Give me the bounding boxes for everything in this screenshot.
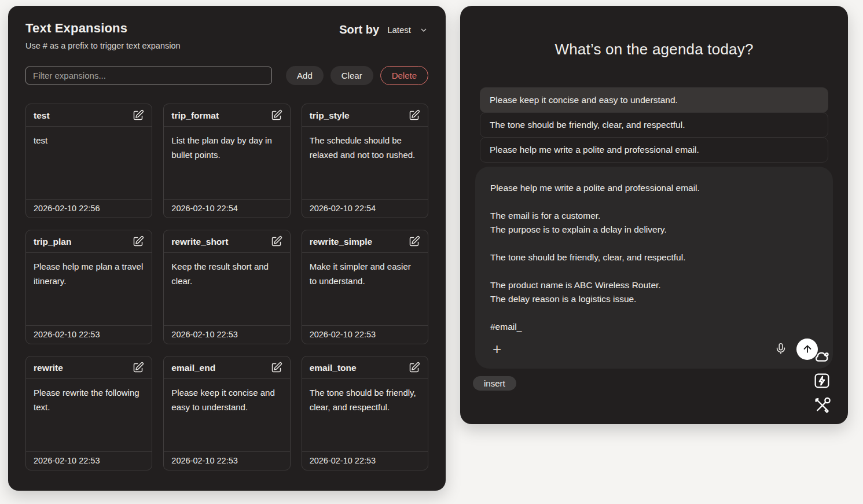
expansion-card-trip-style[interactable]: trip_style The schedule should be relaxe…	[302, 104, 428, 218]
card-header: rewrite	[26, 356, 152, 379]
expansion-body: test	[26, 127, 152, 200]
expansion-card-rewrite-short[interactable]: rewrite_short Keep the result short and …	[163, 230, 290, 344]
suggestion-list: Please keep it concise and easy to under…	[480, 87, 828, 163]
card-header: trip_format	[164, 104, 289, 127]
expansion-card-email-end[interactable]: email_end Please keep it concise and eas…	[163, 356, 290, 470]
expansion-name: rewrite_simple	[310, 237, 373, 247]
composer-actions	[774, 339, 818, 360]
expansion-card-grid: test test 2026-02-10 22:56 trip_format L…	[25, 104, 428, 470]
expansion-card-email-tone[interactable]: email_tone The tone should be friendly, …	[302, 356, 428, 470]
edit-icon[interactable]	[408, 109, 420, 122]
edit-icon[interactable]	[408, 236, 420, 248]
card-header: trip_plan	[26, 230, 152, 253]
expansion-name: rewrite	[34, 363, 63, 373]
expansions-toolbar: Add Clear Delete	[25, 66, 428, 85]
expansion-name: test	[34, 111, 50, 121]
expansion-name: rewrite_short	[171, 237, 228, 247]
delete-button[interactable]: Delete	[380, 66, 428, 85]
expansion-card-rewrite-simple[interactable]: rewrite_simple Make it simpler and easie…	[302, 230, 428, 344]
expansion-name: trip_format	[171, 111, 219, 121]
lightning-icon[interactable]	[812, 371, 832, 391]
expansion-name: email_end	[171, 363, 215, 373]
card-header: test	[26, 104, 152, 127]
chevron-down-icon[interactable]	[419, 25, 428, 35]
expansion-timestamp: 2026-02-10 22:53	[302, 326, 428, 344]
expansion-timestamp: 2026-02-10 22:53	[164, 452, 289, 470]
suggestion-item[interactable]: Please keep it concise and easy to under…	[480, 87, 828, 113]
expansion-card-trip-plan[interactable]: trip_plan Please help me plan a travel i…	[25, 230, 152, 344]
sort-by-label: Sort by	[339, 23, 379, 36]
expansion-timestamp: 2026-02-10 22:53	[302, 452, 428, 470]
expansions-header: Text Expansions Use # as a prefix to tri…	[25, 21, 428, 50]
expansion-card-rewrite[interactable]: rewrite Please rewrite the following tex…	[25, 356, 152, 470]
chat-panel: What’s on the agenda today? Please keep …	[460, 6, 848, 424]
edit-icon[interactable]	[270, 362, 282, 374]
expansion-body: Make it simpler and easier to understand…	[302, 253, 428, 326]
expansion-timestamp: 2026-02-10 22:54	[164, 200, 289, 218]
expansions-title-block: Text Expansions Use # as a prefix to tri…	[25, 21, 181, 50]
sort-value[interactable]: Latest	[387, 25, 411, 35]
expansion-card-test[interactable]: test test 2026-02-10 22:56	[25, 104, 152, 218]
clear-button[interactable]: Clear	[330, 66, 373, 85]
expansion-timestamp: 2026-02-10 22:53	[164, 326, 289, 344]
card-header: trip_style	[302, 104, 428, 127]
expansion-body: Please keep it concise and easy to under…	[164, 379, 289, 452]
chat-title: What’s on the agenda today?	[480, 41, 828, 58]
card-header: email_end	[164, 356, 289, 379]
tools-icon[interactable]	[812, 396, 832, 415]
filter-input[interactable]	[25, 67, 272, 84]
arrow-up-icon	[802, 343, 813, 355]
plus-icon[interactable]: +	[490, 341, 504, 356]
page-subtitle: Use # as a prefix to trigger text expans…	[25, 41, 181, 50]
expansion-timestamp: 2026-02-10 22:54	[302, 200, 428, 218]
edit-icon[interactable]	[270, 109, 282, 122]
expansion-timestamp: 2026-02-10 22:53	[26, 326, 152, 344]
message-composer[interactable]: Please help me write a polite and profes…	[475, 167, 833, 369]
edit-icon[interactable]	[270, 236, 282, 248]
expansion-body: Please help me plan a travel itinerary.	[26, 253, 152, 326]
suggestion-item[interactable]: The tone should be friendly, clear, and …	[480, 112, 828, 138]
expansion-body: The tone should be friendly, clear, and …	[302, 379, 428, 452]
insert-badge[interactable]: insert	[473, 376, 516, 391]
expansion-name: trip_plan	[34, 237, 71, 247]
add-button[interactable]: Add	[286, 66, 324, 85]
expansion-name: trip_style	[310, 111, 350, 121]
page-title: Text Expansions	[25, 21, 181, 36]
edit-icon[interactable]	[408, 362, 420, 374]
expansion-body: The schedule should be relaxed and not t…	[302, 127, 428, 200]
card-header: rewrite_short	[164, 230, 289, 253]
desktop: Text Expansions Use # as a prefix to tri…	[0, 0, 863, 504]
suggestion-item[interactable]: Please help me write a polite and profes…	[480, 137, 828, 163]
sort-control: Sort by Latest	[339, 23, 428, 36]
expansion-body: Keep the result short and clear.	[164, 253, 289, 326]
expansion-card-trip-format[interactable]: trip_format List the plan day by day in …	[163, 104, 290, 218]
edit-icon[interactable]	[132, 362, 144, 374]
expansion-body: List the plan day by day in bullet point…	[164, 127, 289, 200]
mic-icon[interactable]	[774, 343, 787, 355]
edit-icon[interactable]	[132, 236, 144, 248]
composer-input[interactable]: Please help me write a polite and profes…	[490, 181, 818, 334]
expansion-name: email_tone	[310, 363, 357, 373]
composer-toolbar: +	[490, 337, 818, 360]
card-header: email_tone	[302, 356, 428, 379]
expansion-timestamp: 2026-02-10 22:56	[26, 200, 152, 218]
expansion-body: Please rewrite the following text.	[26, 379, 152, 452]
send-button[interactable]	[796, 339, 818, 360]
text-expansions-panel: Text Expansions Use # as a prefix to tri…	[8, 6, 446, 491]
expansion-timestamp: 2026-02-10 22:53	[26, 452, 152, 470]
card-header: rewrite_simple	[302, 230, 428, 253]
edit-icon[interactable]	[132, 109, 144, 122]
